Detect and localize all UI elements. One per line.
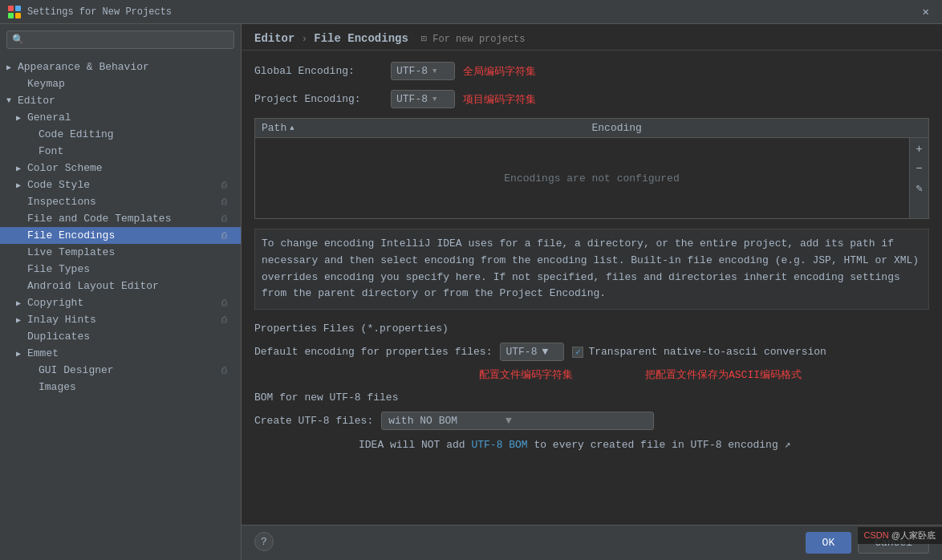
sidebar-item-file-encodings[interactable]: File Encodings ⎙ <box>0 227 241 244</box>
main-layout: 🔍 ▶ Appearance & Behavior Keymap ▼ Edito… <box>0 24 942 560</box>
sidebar-item-file-code-templates[interactable]: File and Code Templates ⎙ <box>0 210 241 227</box>
table-actions: + − ✎ <box>909 138 928 218</box>
arrow-icon: ▶ <box>16 349 27 359</box>
properties-encoding-value: UTF-8 <box>506 346 537 358</box>
sidebar-item-inlay-hints[interactable]: ▶ Inlay Hints ⎙ <box>0 311 241 328</box>
sidebar-item-gui-designer[interactable]: GUI Designer ⎙ <box>0 362 241 379</box>
project-encoding-label: Project Encoding: <box>254 93 383 105</box>
annotation-props: 配置文件编码字符集 <box>479 367 573 382</box>
table-empty-text: Encodings are not configured <box>504 172 679 185</box>
ok-button[interactable]: OK <box>806 532 852 554</box>
chevron-down-icon: ▼ <box>432 67 436 75</box>
sidebar-item-images[interactable]: Images <box>0 379 241 396</box>
sidebar-item-label: Code Style <box>27 179 221 191</box>
col-path-header: Path ▲ <box>262 122 592 134</box>
sidebar-item-label: Font <box>39 145 234 157</box>
sidebar-item-duplicates[interactable]: Duplicates <box>0 328 241 345</box>
arrow-icon: ▶ <box>16 298 27 308</box>
watermark: CSDN @人家卧底 <box>858 527 942 544</box>
encodings-table: Path ▲ Encoding Encodings are not config… <box>254 118 929 219</box>
annotation-project: 项目编码字符集 <box>463 92 536 107</box>
sidebar-item-label: Images <box>39 381 234 393</box>
table-header: Path ▲ Encoding <box>255 119 928 138</box>
bom-row: Create UTF-8 files: with NO BOM ▼ <box>254 412 929 430</box>
sidebar-item-label: Code Editing <box>39 128 234 140</box>
sidebar-item-emmet[interactable]: ▶ Emmet <box>0 345 241 362</box>
bom-section: BOM for new UTF-8 files Create UTF-8 fil… <box>254 392 929 451</box>
export-icon: ⎙ <box>221 315 234 325</box>
sidebar-item-label: Live Templates <box>27 246 234 258</box>
remove-encoding-button[interactable]: − <box>912 160 928 177</box>
svg-rect-1 <box>15 6 21 11</box>
export-icon: ⎙ <box>221 197 234 207</box>
sidebar-item-code-style[interactable]: ▶ Code Style ⎙ <box>0 177 241 193</box>
sidebar-item-label: Keymap <box>27 78 234 90</box>
chevron-down-icon: ▼ <box>432 95 436 103</box>
sort-icon: ▲ <box>290 124 294 132</box>
check-icon: ✓ <box>575 347 581 357</box>
sidebar-item-label: Duplicates <box>27 331 234 343</box>
idea-note-suffix: to every created file in UTF-8 encoding … <box>534 439 790 451</box>
sidebar-item-live-templates[interactable]: Live Templates <box>0 244 241 261</box>
utf8-bom-link[interactable]: UTF-8 BOM <box>471 439 527 451</box>
export-icon: ⎙ <box>221 231 234 241</box>
sidebar-item-color-scheme[interactable]: ▶ Color Scheme <box>0 160 241 177</box>
global-encoding-row: Global Encoding: UTF-8 ▼ 全局编码字符集 <box>254 62 929 80</box>
project-encoding-select[interactable]: UTF-8 ▼ <box>391 90 455 108</box>
help-button[interactable]: ? <box>254 532 274 551</box>
export-icon: ⎙ <box>221 366 234 375</box>
arrow-icon: ▶ <box>16 113 27 123</box>
sidebar-item-android-layout-editor[interactable]: Android Layout Editor <box>0 278 241 294</box>
checkbox-label: Transparent native-to-ascii conversion <box>588 346 826 358</box>
app-icon <box>8 6 21 18</box>
sidebar-item-code-editing[interactable]: Code Editing <box>0 126 241 143</box>
search-icon: 🔍 <box>12 34 24 46</box>
arrow-icon: ▶ <box>16 164 27 173</box>
properties-encoding-label: Default encoding for properties files: <box>254 346 492 358</box>
sidebar-item-label: Copyright <box>27 297 221 309</box>
sidebar-item-appearance[interactable]: ▶ Appearance & Behavior <box>0 59 241 75</box>
breadcrumb-current: File Encodings <box>314 32 408 45</box>
sidebar-item-copyright[interactable]: ▶ Copyright ⎙ <box>0 294 241 311</box>
arrow-icon: ▶ <box>16 315 27 325</box>
sidebar-item-label: File and Code Templates <box>27 213 221 225</box>
table-body: Encodings are not configured + − ✎ <box>255 138 928 218</box>
sidebar-item-keymap[interactable]: Keymap <box>0 75 241 92</box>
global-encoding-value: UTF-8 <box>396 65 428 77</box>
add-encoding-button[interactable]: + <box>912 141 928 157</box>
sidebar-item-label: Inlay Hints <box>27 314 221 326</box>
global-encoding-select[interactable]: UTF-8 ▼ <box>391 62 455 80</box>
properties-encoding-select[interactable]: UTF-8 ▼ <box>500 343 564 361</box>
sidebar-item-label: Appearance & Behavior <box>18 61 234 73</box>
sidebar-item-label: Emmet <box>27 347 234 359</box>
annotation-global: 全局编码字符集 <box>463 64 536 79</box>
svg-rect-2 <box>8 13 14 18</box>
sidebar-item-inspections[interactable]: Inspections ⎙ <box>0 193 241 210</box>
sidebar-item-general[interactable]: ▶ General <box>0 109 241 126</box>
description-text: To change encoding IntelliJ IDEA uses fo… <box>254 229 929 310</box>
content-header: Editor › File Encodings ⊡ For new projec… <box>242 24 942 51</box>
transparent-conversion-checkbox[interactable]: ✓ <box>572 347 583 358</box>
sidebar-item-label: Inspections <box>27 196 221 208</box>
properties-section-title: Properties Files (*.properties) <box>254 323 929 335</box>
export-icon: ⎙ <box>221 298 234 308</box>
bom-select[interactable]: with NO BOM ▼ <box>381 412 654 430</box>
checkbox-row: ✓ Transparent native-to-ascii conversion <box>572 346 826 358</box>
search-box[interactable]: 🔍 <box>6 30 234 49</box>
arrow-icon: ▶ <box>16 181 27 190</box>
global-encoding-label: Global Encoding: <box>254 65 383 77</box>
title-bar: Settings for New Projects ✕ <box>0 0 942 24</box>
close-button[interactable]: ✕ <box>918 3 934 20</box>
edit-encoding-button[interactable]: ✎ <box>912 180 928 196</box>
sidebar-item-editor[interactable]: ▼ Editor <box>0 92 241 109</box>
content-body: Global Encoding: UTF-8 ▼ 全局编码字符集 Project… <box>242 51 942 525</box>
col-encoding-header: Encoding <box>592 122 923 134</box>
sidebar-item-font[interactable]: Font <box>0 143 241 160</box>
breadcrumb-separator: › <box>301 33 307 45</box>
annotation-checkbox: 把配置文件保存为ASCII编码格式 <box>645 367 802 382</box>
project-encoding-row: Project Encoding: UTF-8 ▼ 项目编码字符集 <box>254 90 929 108</box>
svg-rect-0 <box>8 6 14 11</box>
sidebar-item-file-types[interactable]: File Types <box>0 261 241 278</box>
sidebar-item-label: File Types <box>27 263 234 275</box>
project-encoding-value: UTF-8 <box>396 93 428 105</box>
